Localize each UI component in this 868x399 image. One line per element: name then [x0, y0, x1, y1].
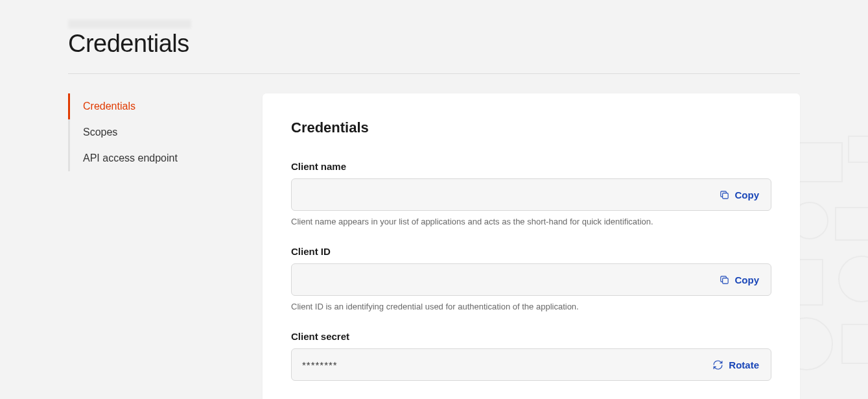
sidebar: Credentials Scopes API access endpoint	[68, 93, 243, 399]
client-secret-value: ********	[302, 359, 711, 370]
copy-label: Copy	[735, 189, 760, 200]
breadcrumb	[68, 19, 191, 29]
rotate-icon	[712, 359, 723, 370]
field-row: Copy	[291, 178, 771, 211]
sidebar-item-scopes[interactable]: Scopes	[68, 119, 243, 145]
section-title: Credentials	[291, 119, 771, 136]
copy-label: Copy	[735, 274, 760, 285]
field-label: Client ID	[291, 246, 771, 257]
field-client-name: Client name Copy Client name appears in …	[291, 161, 771, 228]
copy-client-name-button[interactable]: Copy	[718, 187, 761, 203]
page-title: Credentials	[68, 30, 800, 58]
divider	[68, 73, 800, 74]
field-help: Client ID is an identifying credential u…	[291, 301, 771, 313]
field-client-secret: Client secret ******** Rotate	[291, 331, 771, 381]
svg-rect-4	[722, 278, 728, 284]
sidebar-item-label: Scopes	[83, 127, 117, 138]
copy-icon	[719, 189, 730, 200]
field-row: ******** Rotate	[291, 348, 771, 381]
field-row: Copy	[291, 263, 771, 296]
sidebar-item-label: API access endpoint	[83, 152, 178, 163]
main-card: Credentials Client name Copy Client nam	[263, 93, 800, 399]
field-label: Client name	[291, 161, 771, 172]
sidebar-item-api-access-endpoint[interactable]: API access endpoint	[68, 145, 243, 171]
field-help: Client name appears in your list of appl…	[291, 216, 771, 228]
copy-icon	[719, 274, 730, 285]
sidebar-item-credentials[interactable]: Credentials	[68, 93, 243, 119]
field-label: Client secret	[291, 331, 771, 342]
svg-rect-3	[722, 193, 728, 199]
sidebar-item-label: Credentials	[83, 101, 135, 112]
copy-client-id-button[interactable]: Copy	[718, 272, 761, 288]
field-client-id: Client ID Copy Client ID is an identifyi…	[291, 246, 771, 313]
rotate-secret-button[interactable]: Rotate	[711, 357, 760, 373]
rotate-label: Rotate	[729, 359, 759, 370]
